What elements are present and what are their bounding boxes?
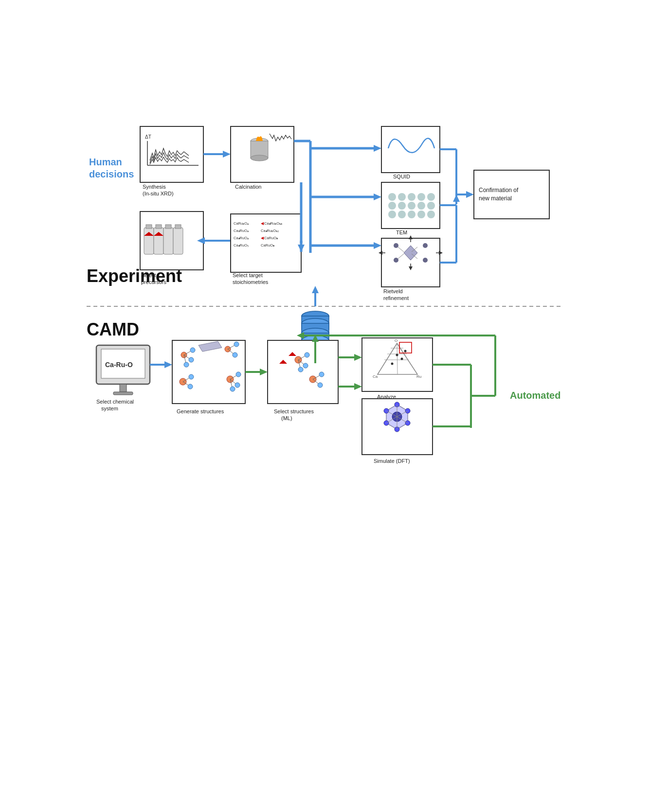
svg-point-120 — [188, 384, 193, 389]
svg-point-19 — [398, 193, 406, 201]
svg-point-18 — [388, 193, 396, 201]
svg-point-161 — [404, 350, 407, 353]
svg-point-29 — [398, 211, 406, 218]
svg-text:O: O — [395, 338, 397, 343]
svg-point-47 — [423, 243, 428, 248]
svg-rect-98 — [120, 384, 126, 392]
svg-point-23 — [388, 202, 396, 210]
svg-marker-35 — [409, 235, 413, 239]
svg-text:Ca: Ca — [373, 374, 378, 379]
svg-point-22 — [427, 193, 435, 201]
svg-point-109 — [184, 362, 189, 367]
svg-text:◀: ◀ — [261, 221, 264, 226]
svg-marker-17 — [374, 242, 381, 249]
human-decisions-label: Human — [89, 157, 122, 167]
svg-point-21 — [417, 193, 425, 201]
svg-point-125 — [236, 372, 241, 377]
svg-rect-64 — [165, 225, 171, 229]
svg-point-24 — [398, 202, 406, 210]
svg-point-113 — [234, 342, 239, 347]
svg-text:Ca₃Ru₂O₁₀: Ca₃Ru₂O₁₀ — [261, 229, 279, 233]
generate-structures-label: Generate structures — [177, 408, 224, 414]
squid-box — [381, 126, 440, 173]
svg-text:CaRuO₃: CaRuO₃ — [261, 243, 274, 247]
tem-label: TEM — [396, 229, 407, 235]
select-structures-label: Select structures — [274, 408, 314, 414]
svg-point-134 — [305, 353, 309, 357]
svg-rect-61 — [154, 228, 163, 254]
synthesis-label: Synthesis — [143, 184, 166, 190]
svg-point-119 — [189, 374, 194, 379]
ca-ru-o-label: Ca-Ru-O — [105, 361, 133, 369]
svg-point-126 — [235, 383, 240, 388]
page: Experiment Human decisions ΔT Synthesis … — [0, 0, 650, 812]
svg-point-9 — [251, 155, 268, 161]
squid-label: SQUID — [393, 174, 410, 179]
svg-marker-13 — [374, 145, 381, 152]
select-structures-box — [268, 340, 338, 404]
svg-rect-60 — [146, 225, 152, 229]
confirmation-label2: new material — [479, 195, 512, 202]
svg-marker-163 — [354, 383, 362, 390]
svg-text:Ru: Ru — [416, 374, 421, 379]
select-chemical-label: Select chemical — [96, 399, 134, 405]
svg-text:Ca₂RuO₄: Ca₂RuO₄ — [234, 229, 249, 233]
svg-text:stoichiometries: stoichiometries — [233, 279, 269, 285]
svg-point-46 — [394, 243, 398, 248]
svg-point-136 — [298, 367, 303, 372]
svg-point-30 — [408, 211, 415, 218]
svg-text:◀: ◀ — [261, 236, 264, 240]
svg-point-159 — [401, 358, 403, 360]
svg-marker-39 — [379, 251, 382, 255]
svg-point-160 — [391, 363, 394, 365]
svg-point-28 — [388, 211, 396, 218]
svg-text:Ca₃RuO₄: Ca₃RuO₄ — [234, 236, 249, 240]
svg-text:refinement: refinement — [383, 295, 409, 301]
svg-marker-129 — [260, 369, 268, 375]
svg-point-48 — [394, 258, 398, 263]
svg-rect-59 — [144, 228, 154, 254]
automated-label: Automated — [510, 390, 560, 401]
svg-point-20 — [408, 193, 415, 201]
svg-point-135 — [303, 363, 308, 368]
svg-point-127 — [230, 387, 235, 391]
svg-marker-41 — [439, 251, 443, 255]
svg-marker-56 — [453, 194, 460, 202]
confirmation-box — [474, 170, 549, 219]
select-stoich-label: Select target — [233, 272, 263, 278]
svg-point-32 — [427, 211, 435, 218]
svg-rect-66 — [175, 225, 181, 229]
svg-text:precursors: precursors — [141, 279, 166, 285]
svg-point-107 — [190, 348, 195, 353]
svg-marker-184 — [297, 332, 304, 339]
svg-rect-62 — [156, 225, 162, 229]
workflow-diagram: Experiment Human decisions ΔT Synthesis … — [87, 117, 563, 554]
svg-point-114 — [233, 353, 237, 357]
svg-marker-58 — [466, 191, 474, 198]
svg-point-31 — [417, 211, 425, 218]
calcination-label: Calcination — [235, 184, 261, 190]
select-precursors-label: Select — [141, 272, 156, 278]
svg-text:ΔT: ΔT — [145, 134, 151, 140]
camd-label: CAMD — [87, 319, 139, 339]
svg-rect-63 — [163, 228, 173, 254]
svg-point-27 — [427, 202, 435, 210]
svg-marker-94 — [312, 286, 319, 293]
svg-rect-65 — [173, 228, 183, 254]
svg-text:decisions: decisions — [89, 169, 134, 179]
svg-marker-146 — [354, 354, 362, 361]
simulate-label: Simulate (DFT) — [374, 458, 410, 464]
svg-rect-99 — [113, 392, 133, 395]
confirmation-label1: Confirmation of — [479, 187, 519, 194]
svg-text:CaRu₂O₄: CaRu₂O₄ — [234, 221, 249, 226]
svg-text:(In-situ XRD): (In-situ XRD) — [143, 191, 174, 196]
svg-point-25 — [408, 202, 415, 210]
svg-text:Ca₃RuO₅: Ca₃RuO₅ — [234, 243, 249, 247]
svg-text:system: system — [101, 406, 118, 411]
svg-point-26 — [417, 202, 425, 210]
rietveld-label: Rietveld — [383, 288, 403, 294]
svg-marker-6 — [223, 151, 231, 158]
svg-point-143 — [318, 383, 323, 388]
svg-point-142 — [319, 372, 324, 377]
svg-text:Ca₃Ru₂O₁₂: Ca₃Ru₂O₁₂ — [264, 221, 282, 226]
